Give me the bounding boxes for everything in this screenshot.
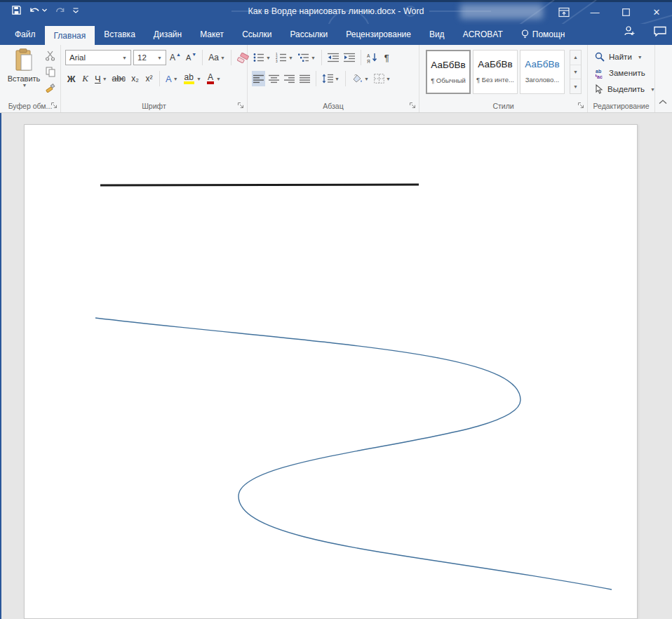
font-color-dropdown-icon: ▼ — [216, 76, 221, 81]
sort-button[interactable]: АЯ — [365, 50, 379, 65]
drawn-straight-line[interactable] — [100, 185, 419, 185]
share-contact-icon[interactable] — [624, 25, 636, 36]
shrink-font-arrow-icon: ▼ — [191, 52, 196, 57]
undo-button[interactable] — [29, 6, 47, 15]
align-right-button[interactable] — [283, 71, 296, 86]
decrease-indent-button[interactable] — [326, 50, 340, 65]
justify-button[interactable] — [298, 71, 311, 86]
align-left-button[interactable] — [252, 71, 265, 86]
style-sample: АаБбВв — [520, 59, 564, 69]
font-dialog-launcher[interactable] — [236, 101, 245, 109]
font-family-combobox[interactable]: Arial ▼ — [65, 50, 131, 65]
drawing-canvas — [0, 113, 672, 619]
replace-icon: abac — [595, 68, 605, 79]
drawn-curve[interactable] — [95, 318, 612, 590]
text-effects-button[interactable]: А▼ — [164, 71, 180, 86]
tab-review[interactable]: Рецензирование — [337, 24, 420, 45]
tab-design[interactable]: Дизайн — [145, 24, 191, 45]
customize-qat-button[interactable] — [73, 8, 79, 13]
ribbon-display-options-button[interactable] — [549, 1, 579, 23]
redo-button[interactable] — [55, 6, 65, 15]
customize-qat-icon — [73, 8, 79, 13]
close-button[interactable]: ✕ — [641, 1, 672, 23]
tab-mailings[interactable]: Рассылки — [281, 24, 337, 45]
select-button[interactable]: Выделить ▼ — [595, 82, 655, 96]
paragraph-group-label: Абзац — [248, 102, 419, 110]
ribbon-display-options-icon — [558, 7, 570, 18]
style-card-normal[interactable]: АаБбВв ¶ Обычный — [426, 50, 471, 94]
superscript-button[interactable]: x² — [143, 71, 155, 86]
grow-font-letter: А — [170, 53, 175, 62]
paste-button[interactable]: Вставить ▼ — [6, 48, 42, 99]
dialog-launcher-icon — [409, 102, 416, 109]
find-button[interactable]: Найти ▼ — [595, 50, 643, 64]
text-highlight-button[interactable]: ab ▼ — [182, 71, 203, 86]
bold-button[interactable]: Ж — [65, 71, 77, 86]
font-color-bar — [207, 81, 214, 84]
tab-references[interactable]: Ссылки — [233, 24, 281, 45]
tab-insert[interactable]: Вставка — [95, 24, 145, 45]
strikethrough-button[interactable]: abc — [111, 71, 127, 86]
font-size-combobox[interactable]: 12 ▼ — [133, 50, 166, 65]
clipboard-dialog-launcher[interactable] — [50, 101, 58, 109]
style-card-no-spacing[interactable]: АаБбВв ¶ Без инте... — [473, 50, 518, 94]
collapse-ribbon-button[interactable] — [659, 97, 667, 107]
comment-icon[interactable] — [654, 26, 666, 36]
borders-icon — [374, 74, 384, 84]
separator — [316, 71, 316, 86]
tab-layout[interactable]: Макет — [191, 24, 233, 45]
document-area[interactable] — [0, 113, 672, 619]
styles-scroll-down-button[interactable]: ▼ — [570, 65, 581, 80]
grow-font-button[interactable]: А▲ — [168, 50, 182, 65]
copy-button[interactable] — [43, 65, 57, 79]
font-size-value: 12 — [137, 53, 147, 62]
font-color-button[interactable]: А ▼ — [205, 71, 222, 86]
borders-dropdown-icon: ▼ — [386, 76, 391, 81]
change-case-button[interactable]: Aa▼ — [207, 50, 227, 65]
underline-button[interactable]: Ч▼ — [93, 71, 109, 86]
find-label: Найти — [609, 53, 632, 61]
titlebar-right-icons — [624, 25, 666, 36]
styles-group-label: Стили — [419, 102, 587, 110]
multilevel-list-button[interactable]: ▼ — [297, 50, 317, 65]
minimize-button[interactable]: — — [579, 1, 610, 23]
shading-button[interactable]: ▼ — [350, 71, 370, 86]
styles-gallery-more-button[interactable]: ▼ — [570, 79, 581, 93]
increase-indent-button[interactable] — [342, 50, 356, 65]
align-left-icon — [253, 74, 264, 84]
tab-file[interactable]: Файл — [6, 24, 45, 45]
align-center-button[interactable] — [267, 71, 281, 86]
sort-icon: АЯ — [367, 53, 377, 63]
tab-tell-me[interactable]: Помощн — [512, 24, 574, 45]
styles-scroll-up-button[interactable]: ▲ — [570, 51, 581, 65]
save-button[interactable] — [11, 5, 22, 15]
italic-button[interactable]: К — [79, 71, 91, 86]
clipboard-small-buttons — [43, 49, 57, 95]
multilevel-list-icon — [298, 53, 309, 62]
borders-button[interactable]: ▼ — [372, 71, 392, 86]
styles-dialog-launcher[interactable] — [577, 101, 585, 109]
line-spacing-button[interactable]: ▼ — [321, 71, 341, 86]
maximize-button[interactable] — [610, 1, 641, 23]
numbering-button[interactable]: 123 ▼ — [274, 50, 295, 65]
cut-button[interactable] — [43, 49, 57, 62]
shrink-font-button[interactable]: А▼ — [184, 50, 198, 65]
highlight-letters: ab — [183, 72, 195, 85]
bullets-button[interactable]: ▼ — [252, 50, 272, 65]
tab-acrobat[interactable]: ACROBAT — [454, 24, 512, 45]
font-family-dropdown-icon: ▼ — [122, 55, 127, 60]
separator — [159, 71, 160, 86]
show-paragraph-marks-button[interactable]: ¶ — [381, 50, 393, 65]
replace-label: Заменить — [609, 69, 645, 77]
font-group-label: Шрифт — [61, 102, 247, 110]
tab-home[interactable]: Главная — [45, 26, 95, 45]
undo-dropdown-icon — [42, 8, 47, 12]
subscript-button[interactable]: x₂ — [129, 71, 141, 86]
svg-text:Я: Я — [367, 58, 370, 63]
style-card-heading[interactable]: АаБбВв Заголово... — [520, 50, 565, 94]
replace-button[interactable]: abac Заменить — [595, 66, 645, 80]
tab-view[interactable]: Вид — [420, 24, 454, 45]
format-painter-button[interactable] — [43, 81, 57, 95]
paragraph-dialog-launcher[interactable] — [408, 101, 417, 109]
select-cursor-icon — [595, 84, 603, 94]
